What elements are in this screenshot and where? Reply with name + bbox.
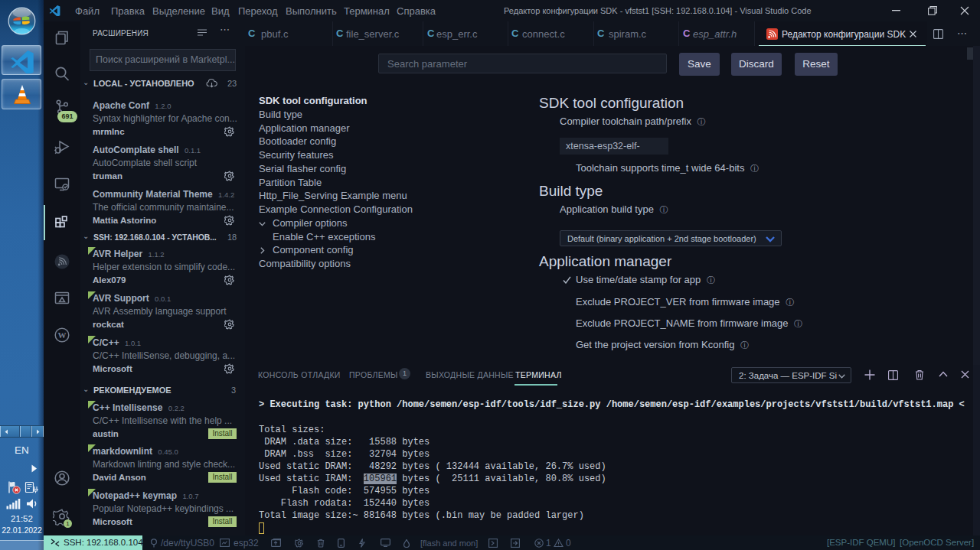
svg-text:W: W [58, 330, 67, 340]
